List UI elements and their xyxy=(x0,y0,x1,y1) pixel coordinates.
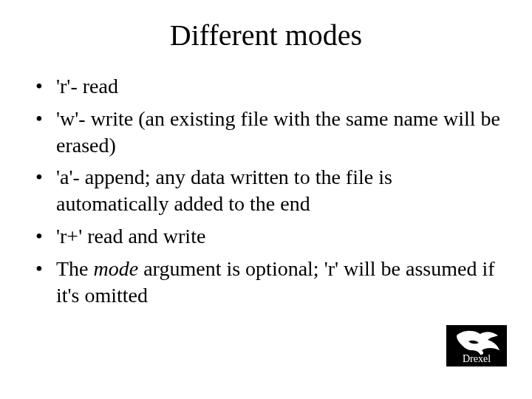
drexel-logo: Drexel xyxy=(446,325,507,366)
logo-label: Drexel xyxy=(463,353,491,364)
bullet-text: 'r+' read and write xyxy=(56,225,205,248)
slide: Different modes 'r'- read 'w'- write (an… xyxy=(0,18,532,399)
bullet-list: 'r'- read 'w'- write (an existing file w… xyxy=(0,73,532,309)
list-item: 'w'- write (an existing file with the sa… xyxy=(35,106,502,159)
bullet-italic: mode xyxy=(94,257,139,280)
list-item: 'a'- append; any data written to the fil… xyxy=(35,164,502,217)
bullet-text: 'r'- read xyxy=(56,75,118,98)
list-item: 'r+' read and write xyxy=(35,223,502,250)
list-item: 'r'- read xyxy=(35,73,502,100)
bullet-text: The xyxy=(56,257,94,280)
dragon-icon: Drexel xyxy=(446,325,507,366)
bullet-text: 'w'- write (an existing file with the sa… xyxy=(56,107,500,157)
list-item: The mode argument is optional; 'r' will … xyxy=(35,256,502,309)
bullet-text: 'a'- append; any data written to the fil… xyxy=(56,166,392,215)
slide-title: Different modes xyxy=(0,18,532,52)
